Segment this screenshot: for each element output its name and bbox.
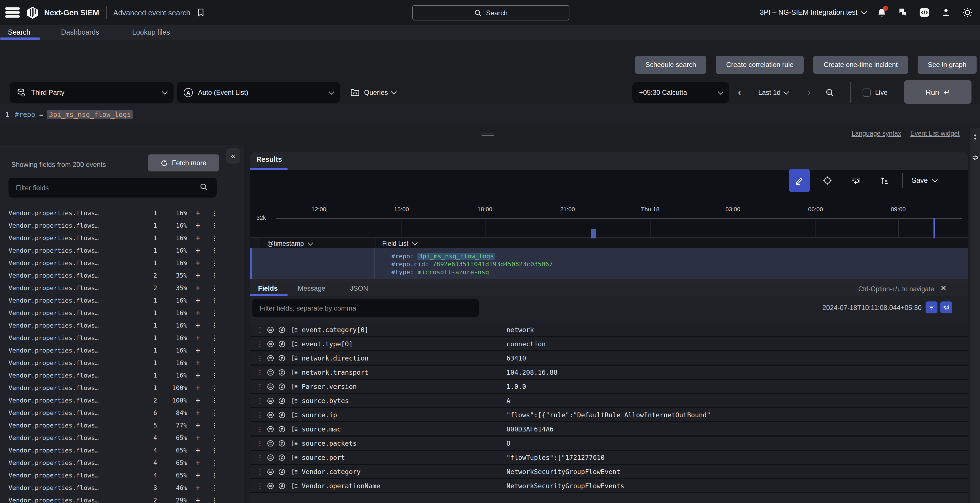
add-field-icon[interactable]: + bbox=[187, 246, 209, 255]
field-values-list-icon[interactable] bbox=[288, 425, 302, 433]
add-field-icon[interactable]: + bbox=[187, 458, 209, 467]
field-list-item[interactable]: Vendor.properties.flows… 3 46% + ⋮ bbox=[0, 481, 244, 494]
inspector-field-row[interactable]: ⋮ source.ip "flows":[{"rule":"DefaultRul… bbox=[250, 408, 968, 422]
inspector-field-row[interactable]: ⋮ Parser.version 1.0.0 bbox=[250, 380, 968, 394]
crosshair-button[interactable] bbox=[817, 169, 838, 192]
inspector-field-row[interactable]: ⋮ source.packets O bbox=[250, 437, 968, 451]
kebab-menu-icon[interactable]: ⋮ bbox=[255, 439, 265, 447]
field-values-list-icon[interactable] bbox=[288, 453, 302, 461]
filter-equals-icon[interactable] bbox=[265, 340, 276, 348]
field-values-list-icon[interactable] bbox=[288, 354, 302, 362]
filter-equals-icon[interactable] bbox=[265, 354, 276, 362]
filter-equals-icon[interactable] bbox=[265, 425, 276, 433]
filter-not-equals-icon[interactable] bbox=[276, 354, 288, 362]
tab-lookup-files[interactable]: Lookup files bbox=[124, 25, 178, 40]
filter-equals-icon[interactable] bbox=[265, 411, 276, 419]
field-values-list-icon[interactable] bbox=[288, 368, 302, 376]
wrap-text-button[interactable] bbox=[940, 302, 952, 313]
live-toggle[interactable]: Live bbox=[862, 82, 888, 103]
field-list-item[interactable]: Vendor.properties.flows… 1 16% + ⋮ bbox=[0, 356, 244, 369]
tab-dashboards[interactable]: Dashboards bbox=[53, 25, 107, 40]
fetch-more-button[interactable]: Fetch more bbox=[148, 155, 219, 171]
kebab-menu-icon[interactable]: ⋮ bbox=[255, 482, 265, 490]
notifications-bell-icon[interactable] bbox=[877, 7, 887, 18]
add-field-icon[interactable]: + bbox=[187, 283, 209, 292]
inspector-field-row[interactable]: ⋮ source.port "flowTuples":["1721277610 bbox=[250, 451, 968, 465]
kebab-menu-icon[interactable]: ⋮ bbox=[209, 259, 220, 267]
filter-not-equals-icon[interactable] bbox=[276, 326, 288, 334]
kebab-menu-icon[interactable]: ⋮ bbox=[209, 434, 220, 441]
field-values-list-icon[interactable] bbox=[288, 439, 302, 447]
filter-not-equals-icon[interactable] bbox=[276, 382, 288, 390]
kebab-menu-icon[interactable]: ⋮ bbox=[209, 471, 220, 479]
kebab-menu-icon[interactable]: ⋮ bbox=[209, 297, 220, 304]
live-checkbox[interactable] bbox=[862, 89, 870, 96]
add-field-icon[interactable]: + bbox=[187, 408, 209, 417]
filter-columns-button[interactable] bbox=[926, 302, 937, 313]
kebab-menu-icon[interactable]: ⋮ bbox=[255, 368, 265, 376]
field-list-item[interactable]: Vendor.properties.flows… 1 16% + ⋮ bbox=[0, 369, 244, 382]
kebab-menu-icon[interactable]: ⋮ bbox=[255, 396, 265, 404]
event-list-widget-link[interactable]: Event List widget bbox=[910, 130, 959, 137]
kebab-menu-icon[interactable]: ⋮ bbox=[209, 347, 220, 354]
add-field-icon[interactable]: + bbox=[187, 233, 209, 243]
field-list-item[interactable]: Vendor.properties.flows… 1 16% + ⋮ bbox=[0, 344, 244, 356]
filter-equals-icon[interactable] bbox=[265, 468, 276, 476]
add-field-icon[interactable]: + bbox=[187, 333, 209, 342]
kebab-menu-icon[interactable]: ⋮ bbox=[209, 209, 220, 217]
field-list-item[interactable]: Vendor.properties.flows… 2 35% + ⋮ bbox=[0, 282, 244, 294]
kebab-menu-icon[interactable]: ⋮ bbox=[255, 354, 265, 362]
kebab-menu-icon[interactable]: ⋮ bbox=[255, 326, 265, 334]
field-list-item[interactable]: Vendor.properties.flows… 4 65% + ⋮ bbox=[0, 469, 244, 481]
kebab-menu-icon[interactable]: ⋮ bbox=[209, 396, 220, 404]
add-field-icon[interactable]: + bbox=[187, 221, 209, 230]
tab-fields[interactable]: Fields bbox=[258, 284, 278, 292]
inspector-field-row[interactable]: ⋮ network.direction 63410 bbox=[250, 351, 968, 366]
zoom-out-icon[interactable] bbox=[825, 82, 835, 103]
kebab-menu-icon[interactable]: ⋮ bbox=[255, 382, 265, 390]
field-list-item[interactable]: Vendor.properties.flows… 1 16% + ⋮ bbox=[0, 219, 244, 232]
kebab-menu-icon[interactable]: ⋮ bbox=[209, 309, 220, 316]
filter-not-equals-icon[interactable] bbox=[276, 396, 288, 404]
kebab-menu-icon[interactable]: ⋮ bbox=[209, 459, 220, 466]
kebab-menu-icon[interactable]: ⋮ bbox=[255, 425, 265, 433]
field-values-list-icon[interactable] bbox=[288, 396, 302, 404]
collapse-vertical-icon[interactable] bbox=[972, 133, 979, 141]
language-syntax-link[interactable]: Language syntax bbox=[851, 130, 901, 137]
filter-not-equals-icon[interactable] bbox=[276, 340, 288, 348]
inspector-field-row[interactable]: ⋮ event.type[0] connection bbox=[250, 337, 968, 351]
field-list-item[interactable]: Vendor.properties.flows… 1 16% + ⋮ bbox=[0, 257, 244, 269]
create-one-time-incident-button[interactable]: Create one-time incident bbox=[813, 56, 908, 74]
kebab-menu-icon[interactable]: ⋮ bbox=[209, 322, 220, 329]
field-list-item[interactable]: Vendor.properties.flows… 6 84% + ⋮ bbox=[0, 407, 244, 419]
jump-to-line-button[interactable] bbox=[845, 169, 866, 192]
field-list-item[interactable]: Vendor.properties.flows… 1 16% + ⋮ bbox=[0, 319, 244, 332]
workspace-selector[interactable]: 3PI – NG-SIEM Integration test bbox=[760, 8, 866, 16]
query-editor[interactable]: 1 #repo = 3pi_ms_nsg_flow_logs bbox=[0, 104, 980, 125]
add-field-icon[interactable]: + bbox=[187, 271, 209, 280]
inspector-field-row[interactable]: ⋮ Vendor.operationName NetworkSecurityGr… bbox=[250, 479, 968, 493]
see-in-graph-button[interactable]: See in graph bbox=[918, 56, 977, 74]
kebab-menu-icon[interactable]: ⋮ bbox=[209, 222, 220, 229]
field-list-item[interactable]: Vendor.properties.flows… 2 100% + ⋮ bbox=[0, 394, 244, 407]
field-values-list-icon[interactable] bbox=[288, 382, 302, 390]
field-list-item[interactable]: Vendor.properties.flows… 4 65% + ⋮ bbox=[0, 444, 244, 457]
filter-equals-icon[interactable] bbox=[265, 396, 276, 404]
inspector-field-row[interactable]: ⋮ Vendor.category NetworkSecurityGroupFl… bbox=[250, 465, 968, 479]
close-icon[interactable]: ✕ bbox=[940, 284, 947, 292]
timezone-dropdown[interactable]: +05:30 Calcutta bbox=[632, 82, 729, 103]
api-code-icon[interactable] bbox=[919, 7, 930, 18]
field-list-item[interactable]: Vendor.properties.flows… 5 77% + ⋮ bbox=[0, 419, 244, 431]
kebab-menu-icon[interactable]: ⋮ bbox=[209, 334, 220, 342]
add-field-icon[interactable]: + bbox=[187, 296, 209, 305]
filter-not-equals-icon[interactable] bbox=[276, 482, 288, 490]
time-range-dropdown[interactable]: Last 1d bbox=[758, 82, 789, 103]
kebab-menu-icon[interactable]: ⋮ bbox=[255, 411, 265, 419]
inspector-filter-input[interactable] bbox=[252, 299, 479, 317]
time-back-arrow[interactable]: ‹ bbox=[738, 82, 741, 103]
user-profile-icon[interactable] bbox=[941, 7, 951, 18]
resize-handle[interactable] bbox=[482, 131, 494, 137]
theme-toggle-sun-icon[interactable] bbox=[962, 7, 973, 18]
queries-menu[interactable]: Queries bbox=[350, 82, 396, 103]
time-forward-arrow[interactable]: › bbox=[808, 82, 811, 103]
